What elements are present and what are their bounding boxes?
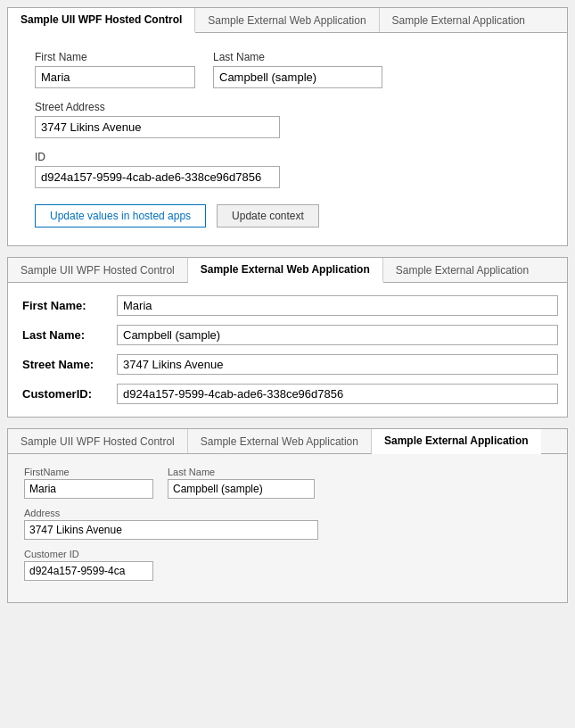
row-value-input[interactable] <box>117 384 558 404</box>
panel3-body: FirstName Last Name Address Customer ID <box>8 454 567 602</box>
panel1-body: First Name Last Name Street Address ID U… <box>8 33 567 245</box>
panel3-firstname-group: FirstName <box>24 467 153 499</box>
panel1-street-group: Street Address <box>35 101 280 138</box>
panel3-custid-input[interactable] <box>24 561 153 581</box>
panel3-custid-group: Customer ID <box>24 549 153 581</box>
table-row: CustomerID: <box>10 380 565 408</box>
panel3-addr-group: Address <box>24 508 318 540</box>
panel1-tab-bar: Sample UII WPF Hosted Control Sample Ext… <box>8 8 567 33</box>
panel3-tab-wpf[interactable]: Sample UII WPF Hosted Control <box>8 429 188 453</box>
panel1-firstname-label: First Name <box>35 51 195 63</box>
row-value-input[interactable] <box>117 325 558 345</box>
panel1-firstname-input[interactable] <box>35 66 195 88</box>
panel3-name-row: FirstName Last Name <box>24 467 551 499</box>
panel1-lastname-group: Last Name <box>213 51 382 88</box>
panel3-lastname-label: Last Name <box>168 467 315 477</box>
update-context-button[interactable]: Update context <box>217 204 319 228</box>
panel1-street-row: Street Address <box>35 101 540 138</box>
panel2-tab-ext[interactable]: Sample External Application <box>383 258 541 282</box>
panel3-lastname-input[interactable] <box>168 479 315 499</box>
panel1-tab-web[interactable]: Sample External Web Application <box>195 8 379 32</box>
panel1-lastname-input[interactable] <box>213 66 382 88</box>
panel-1: Sample UII WPF Hosted Control Sample Ext… <box>7 7 568 246</box>
panel1-tab-ext[interactable]: Sample External Application <box>380 8 538 32</box>
panel3-custid-row: Customer ID <box>24 549 551 581</box>
panel2-tab-bar: Sample UII WPF Hosted Control Sample Ext… <box>8 258 567 283</box>
panel1-id-row: ID <box>35 151 540 188</box>
panel3-addr-row: Address <box>24 508 551 540</box>
row-label: CustomerID: <box>10 380 108 408</box>
panel2-body: First Name:Last Name:Street Name:Custome… <box>8 283 567 417</box>
row-label: Street Name: <box>10 351 108 378</box>
panel1-id-group: ID <box>35 151 280 188</box>
panel1-street-label: Street Address <box>35 101 280 113</box>
panel2-table: First Name:Last Name:Street Name:Custome… <box>8 290 567 410</box>
update-hosted-button[interactable]: Update values in hosted apps <box>35 204 206 228</box>
table-row: Last Name: <box>10 321 565 349</box>
table-row: Street Name: <box>10 351 565 378</box>
panel1-tab-wpf[interactable]: Sample UII WPF Hosted Control <box>8 8 195 33</box>
panel3-lastname-group: Last Name <box>168 467 315 499</box>
panel1-button-row: Update values in hosted apps Update cont… <box>35 204 540 228</box>
panel1-street-input[interactable] <box>35 116 280 138</box>
row-value-input[interactable] <box>117 354 558 375</box>
row-label: Last Name: <box>10 321 108 349</box>
panel2-tab-wpf[interactable]: Sample UII WPF Hosted Control <box>8 258 188 282</box>
row-label: First Name: <box>10 292 108 319</box>
panel1-firstname-group: First Name <box>35 51 195 88</box>
table-row: First Name: <box>10 292 565 319</box>
panel1-name-row: First Name Last Name <box>35 51 540 88</box>
panel-3: Sample UII WPF Hosted Control Sample Ext… <box>7 428 568 603</box>
panel2-tab-web[interactable]: Sample External Web Application <box>188 258 383 283</box>
panel3-addr-label: Address <box>24 508 318 518</box>
panel1-lastname-label: Last Name <box>213 51 382 63</box>
panel3-firstname-label: FirstName <box>24 467 153 477</box>
panel-2: Sample UII WPF Hosted Control Sample Ext… <box>7 257 568 418</box>
panel1-id-label: ID <box>35 151 280 163</box>
panel3-tab-web[interactable]: Sample External Web Application <box>188 429 372 453</box>
panel3-tab-ext[interactable]: Sample External Application <box>372 429 541 454</box>
row-value-input[interactable] <box>117 295 558 316</box>
panel3-custid-label: Customer ID <box>24 549 153 559</box>
panel3-tab-bar: Sample UII WPF Hosted Control Sample Ext… <box>8 429 567 454</box>
panel3-firstname-input[interactable] <box>24 479 153 499</box>
panel3-addr-input[interactable] <box>24 520 318 540</box>
panel1-id-input[interactable] <box>35 166 280 188</box>
